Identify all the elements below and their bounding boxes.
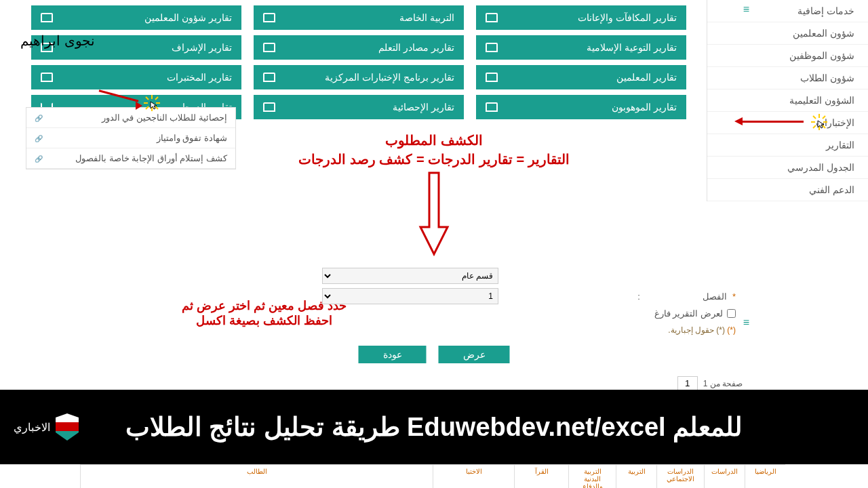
- tile-label: تقارير الموهوبون: [612, 102, 677, 113]
- tile-label: تقارير الإشراف: [172, 42, 232, 53]
- banner-logo: الاخباري: [14, 413, 79, 441]
- page-label: صفحة من 1: [703, 379, 743, 388]
- tile-labs[interactable]: تقارير المختبرات: [31, 65, 241, 89]
- annotation-arrow-left: [98, 95, 149, 115]
- grades-dropdown: إحصائية للطلاب الناجحين في الدور شهادة ت…: [26, 107, 236, 169]
- th-social: الدراسات الاجتماعي: [656, 465, 704, 488]
- logo-text: الاخباري: [14, 421, 50, 434]
- sidebar: خدمات إضافية شؤون المعلمين شؤون الموظفين…: [707, 0, 868, 201]
- tile-islamic-reports[interactable]: تقارير التوعية الإسلامية: [476, 35, 686, 60]
- tile-label: تقارير برنامج الإختبارات المركزية: [325, 72, 454, 83]
- th-pe: التربية البدنية والدفاع: [568, 465, 616, 488]
- tile-label: تقارير المختبرات: [167, 72, 232, 83]
- svg-line-12: [813, 116, 816, 119]
- dropdown-label: كشف إستلام أوراق الإجابة خاصة بالفصول: [75, 153, 227, 163]
- link-icon: [35, 113, 43, 123]
- tile-label: تقارير المكافآت والإعانات: [578, 12, 677, 23]
- svg-line-6: [146, 106, 149, 109]
- tile-label: تقارير التوعية الإسلامية: [587, 42, 677, 53]
- menu-icon[interactable]: ≡: [743, 317, 749, 329]
- annotation-line1: الكشف المطلوب: [231, 132, 637, 148]
- folder-icon: [263, 13, 275, 22]
- th-exam: الاختبا: [433, 465, 514, 488]
- dropdown-label: شهادة تفوق وامتياز: [157, 133, 227, 143]
- th-studies: الدراسات: [704, 465, 745, 488]
- results-table-header: الرياضيا الدراسات الدراسات الاجتماعي الت…: [80, 464, 785, 488]
- shield-icon: [56, 413, 79, 441]
- form-annotation-line1: حدد فصل معين ثم اختر عرض ثم: [142, 298, 387, 313]
- svg-line-15: [823, 116, 825, 119]
- down-arrow-icon: [417, 169, 451, 260]
- tile-statistics[interactable]: تقارير الإحصائية: [254, 95, 464, 119]
- banner-title: طريقة تحليل نتائج الطلاب Eduwebdev.net/e…: [125, 412, 743, 442]
- link-icon: [35, 153, 43, 163]
- folder-icon: [263, 43, 275, 52]
- empty-report-label: لعرض التقرير فارغ: [654, 308, 723, 319]
- tile-teacher-affairs[interactable]: تقارير شؤون المعلمين: [31, 5, 241, 30]
- required-star: *: [732, 291, 736, 302]
- sidebar-item-students[interactable]: شؤون الطلاب: [707, 67, 868, 89]
- svg-line-14: [813, 125, 816, 128]
- page-input[interactable]: [677, 376, 698, 390]
- svg-line-4: [146, 97, 149, 100]
- author-name: نجوى ابراهيم: [20, 33, 95, 49]
- tile-rewards-reports[interactable]: تقارير المكافآت والإعانات: [476, 5, 686, 30]
- annotation-arrow-right: [729, 115, 804, 136]
- sidebar-item-schedule[interactable]: الجدول المدرسي: [707, 157, 868, 179]
- sidebar-item-teachers[interactable]: شؤون المعلمين: [707, 22, 868, 45]
- sidebar-item-educational[interactable]: الشؤون التعليمية: [707, 89, 868, 112]
- tile-talented[interactable]: تقارير الموهوبون: [476, 95, 686, 119]
- folder-icon: [263, 73, 275, 82]
- tile-label: تقارير مصادر التعلم: [378, 42, 454, 53]
- dropdown-item-answers[interactable]: كشف إستلام أوراق الإجابة خاصة بالفصول: [26, 148, 235, 169]
- section-select[interactable]: قسم عام: [322, 268, 498, 284]
- tile-learning-resources[interactable]: تقارير مصادر التعلم: [254, 35, 464, 60]
- sidebar-item-employees[interactable]: شؤون الموظفين: [707, 45, 868, 67]
- folder-icon: [486, 73, 498, 82]
- folder-icon: [486, 102, 498, 112]
- empty-report-checkbox[interactable]: [727, 309, 736, 318]
- colon: :: [637, 291, 640, 302]
- folder-icon: [486, 13, 498, 22]
- sidebar-item-support[interactable]: الدعم الفني: [707, 179, 868, 201]
- click-burst-icon: [811, 114, 827, 130]
- back-button[interactable]: عودة: [359, 346, 427, 363]
- th-quran: القرآ: [514, 465, 568, 488]
- sidebar-item-extra[interactable]: خدمات إضافية: [707, 0, 868, 22]
- pagination: صفحة من 1: [677, 376, 743, 390]
- tile-label: تقارير شؤون المعلمين: [144, 12, 232, 23]
- th-math: الرياضيا: [745, 465, 785, 488]
- folder-icon: [41, 73, 53, 82]
- tile-label: تقارير الإحصائية: [393, 102, 454, 113]
- th-education: التربية: [616, 465, 656, 488]
- tile-label: التربية الخاصة: [399, 12, 454, 23]
- folder-icon: [486, 43, 498, 52]
- svg-line-5: [155, 106, 158, 109]
- show-button[interactable]: عرض: [439, 346, 510, 363]
- svg-line-13: [823, 125, 825, 128]
- folder-icon: [263, 102, 275, 112]
- video-banner: طريقة تحليل نتائج الطلاب Eduwebdev.net/e…: [0, 390, 868, 464]
- tile-central-exams[interactable]: تقارير برنامج الإختبارات المركزية: [254, 65, 464, 89]
- tile-special-edu[interactable]: التربية الخاصة: [254, 5, 464, 30]
- tile-label: تقارير المعلمين: [616, 72, 677, 83]
- dropdown-item-excellence[interactable]: شهادة تفوق وامتياز: [26, 128, 235, 148]
- click-burst-icon: [144, 95, 160, 111]
- class-label: الفصل: [646, 291, 727, 302]
- th-student: الطالب: [80, 465, 433, 488]
- annotation-line2: التقارير = تقارير الدرجات = كشف رصد الدر…: [231, 151, 637, 167]
- form-annotation-line2: احفظ الكشف بصيغة اكسل: [142, 313, 387, 328]
- svg-line-7: [155, 97, 158, 100]
- tile-teachers-reports[interactable]: تقارير المعلمين: [476, 65, 686, 89]
- form-annotation: حدد فصل معين ثم اختر عرض ثم احفظ الكشف ب…: [142, 298, 387, 328]
- folder-icon: [41, 13, 53, 22]
- link-icon: [35, 133, 43, 143]
- menu-icon[interactable]: ≡: [743, 3, 749, 16]
- annotation-main: الكشف المطلوب التقارير = تقارير الدرجات …: [231, 132, 637, 167]
- form-buttons: عرض عودة: [359, 346, 510, 363]
- sidebar-item-reports[interactable]: التقارير: [707, 134, 868, 157]
